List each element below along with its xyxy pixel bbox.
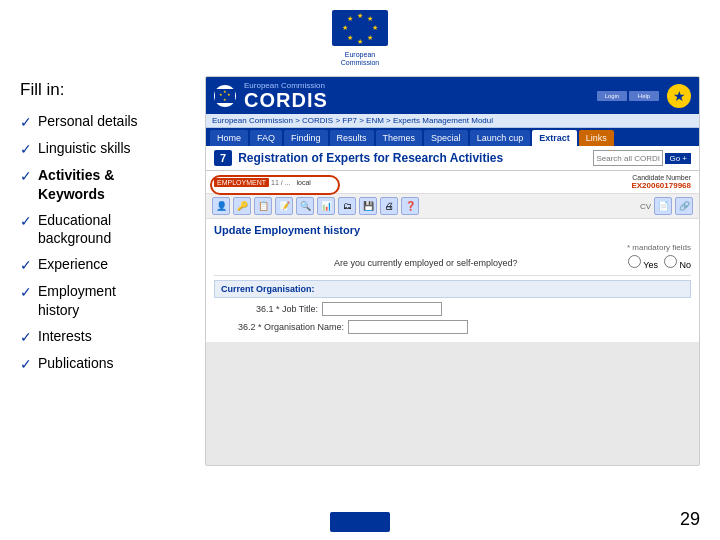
check-icon-linguistic: ✓ — [20, 140, 32, 158]
toolbar-icon-4[interactable]: 📝 — [275, 197, 293, 215]
linguistic-skills-label: Linguistic skills — [38, 139, 131, 157]
eu-label-line1: European — [345, 51, 375, 59]
toolbar-icon-7[interactable]: 🗂 — [338, 197, 356, 215]
list-item-employment-history: ✓ Employmenthistory — [20, 282, 185, 318]
experience-label: Experience — [38, 255, 108, 273]
toolbar-icon-1[interactable]: 👤 — [212, 197, 230, 215]
toolbar-icon-2[interactable]: 🔑 — [233, 197, 251, 215]
radio-no-text: No — [679, 260, 691, 270]
check-icon-employment: ✓ — [20, 283, 32, 301]
svg-text:★: ★ — [372, 24, 378, 31]
current-org-section: Current Organisation: — [214, 280, 691, 298]
svg-text:★: ★ — [219, 92, 223, 97]
radio-yes-label[interactable]: Yes — [628, 255, 658, 270]
org-name-row: 36.2 * Organisation Name: — [214, 320, 691, 334]
candidate-label: Candidate Number — [631, 174, 691, 181]
tab-results[interactable]: Results — [330, 130, 374, 146]
list-item-interests: ✓ Interests — [20, 327, 185, 346]
tab-faq[interactable]: FAQ — [250, 130, 282, 146]
search-button[interactable]: Go + — [665, 153, 691, 164]
toolbar-icon-10[interactable]: ❓ — [401, 197, 419, 215]
update-employment-title: Update Employment history — [206, 219, 699, 239]
list-item-experience: ✓ Experience — [20, 255, 185, 274]
checklist: ✓ Personal details ✓ Linguistic skills ✓… — [20, 112, 185, 373]
candidate-value: EX20060179968 — [631, 181, 691, 190]
step-nav-wrapper: EMPLOYMENT 11 / ... local Candidate Numb… — [206, 171, 699, 194]
icons-toolbar: 👤 🔑 📋 📝 🔍 📊 🗂 💾 🖨 ❓ CV 📄 🔗 — [206, 194, 699, 219]
check-icon-activities: ✓ — [20, 167, 32, 185]
step-employment-label: EMPLOYMENT — [214, 178, 269, 187]
search-input[interactable] — [593, 150, 663, 166]
job-title-row: 36.1 * Job Title: — [214, 302, 691, 316]
job-title-label: 36.1 * Job Title: — [238, 304, 318, 314]
tab-home[interactable]: Home — [210, 130, 248, 146]
tab-launch-cup[interactable]: Launch cup — [470, 130, 531, 146]
tab-links[interactable]: Links — [579, 130, 614, 146]
registration-bar: 7 Registration of Experts for Research A… — [206, 146, 699, 171]
cordis-panel: ★ ★ ★ ★ European Commission CORDIS Login… — [205, 76, 700, 466]
step-nav: EMPLOYMENT 11 / ... local Candidate Numb… — [206, 171, 699, 194]
personal-details-label: Personal details — [38, 112, 138, 130]
cordis-star-icon: ★ — [667, 84, 691, 108]
svg-text:★: ★ — [347, 34, 353, 41]
fill-in-label: Fill in: — [20, 80, 185, 100]
search-box: Go + — [593, 150, 691, 166]
list-item-personal-details: ✓ Personal details — [20, 112, 185, 131]
header-logo: ★ ★ ★ ★ ★ ★ ★ ★ European Commission — [0, 0, 720, 76]
cordis-header: ★ ★ ★ ★ European Commission CORDIS Login… — [206, 77, 699, 114]
cv-label: CV — [640, 202, 651, 211]
list-item-publications: ✓ Publications — [20, 354, 185, 373]
toolbar-icon-9[interactable]: 🖨 — [380, 197, 398, 215]
cordis-top-btn2[interactable]: Help — [629, 91, 659, 101]
activities-keywords-label: Activities &Keywords — [38, 166, 114, 202]
check-icon-interests: ✓ — [20, 328, 32, 346]
radio-no-label[interactable]: No — [664, 255, 691, 270]
registration-number: 7 — [214, 150, 232, 166]
check-icon-publications: ✓ — [20, 355, 32, 373]
cordis-top-btn1[interactable]: Login — [597, 91, 627, 101]
toolbar-icon-5[interactable]: 🔍 — [296, 197, 314, 215]
toolbar-icon-cv[interactable]: 📄 — [654, 197, 672, 215]
list-item-educational-background: ✓ Educationalbackground — [20, 211, 185, 247]
employment-radio-group: Yes No — [628, 255, 691, 270]
svg-text:★: ★ — [367, 15, 373, 22]
step-local: local — [296, 179, 310, 186]
radio-yes[interactable] — [628, 255, 641, 268]
employment-question: Are you currently employed or self-emplo… — [334, 258, 628, 268]
step-numbers: 11 / ... — [271, 179, 290, 186]
svg-text:★: ★ — [357, 38, 363, 45]
cordis-title: CORDIS — [244, 90, 328, 110]
publications-label: Publications — [38, 354, 114, 372]
radio-no[interactable] — [664, 255, 677, 268]
svg-text:★: ★ — [347, 15, 353, 22]
tab-finding[interactable]: Finding — [284, 130, 328, 146]
toolbar-icon-3[interactable]: 📋 — [254, 197, 272, 215]
bottom-rectangle — [330, 512, 390, 532]
check-icon-experience: ✓ — [20, 256, 32, 274]
cordis-breadcrumb: European Commission > CORDIS > FP7 > ENM… — [206, 114, 699, 128]
list-item-activities-keywords: ✓ Activities &Keywords — [20, 166, 185, 202]
svg-text:★: ★ — [223, 97, 227, 102]
educational-background-label: Educationalbackground — [38, 211, 111, 247]
cordis-title-area: European Commission CORDIS — [244, 81, 328, 110]
form-area: * mandatory fields Are you currently emp… — [206, 239, 699, 342]
toolbar-icon-extra[interactable]: 🔗 — [675, 197, 693, 215]
toolbar-icon-6[interactable]: 📊 — [317, 197, 335, 215]
employment-history-label: Employmenthistory — [38, 282, 116, 318]
tab-special[interactable]: Special — [424, 130, 468, 146]
org-name-label: 36.2 * Organisation Name: — [238, 322, 344, 332]
interests-label: Interests — [38, 327, 92, 345]
list-item-linguistic-skills: ✓ Linguistic skills — [20, 139, 185, 158]
eu-label-line2: Commission — [341, 59, 380, 67]
svg-text:★: ★ — [367, 34, 373, 41]
employment-question-row: Are you currently employed or self-emplo… — [214, 255, 691, 270]
eu-commission-logo: ★ ★ ★ ★ ★ ★ ★ ★ European Commission — [330, 10, 390, 70]
svg-text:★: ★ — [342, 24, 348, 31]
tab-themes[interactable]: Themes — [376, 130, 423, 146]
check-icon-educational: ✓ — [20, 212, 32, 230]
job-title-input[interactable] — [322, 302, 442, 316]
registration-title: Registration of Experts for Research Act… — [238, 151, 587, 165]
toolbar-icon-8[interactable]: 💾 — [359, 197, 377, 215]
org-name-input[interactable] — [348, 320, 468, 334]
tab-extract[interactable]: Extract — [532, 130, 577, 146]
